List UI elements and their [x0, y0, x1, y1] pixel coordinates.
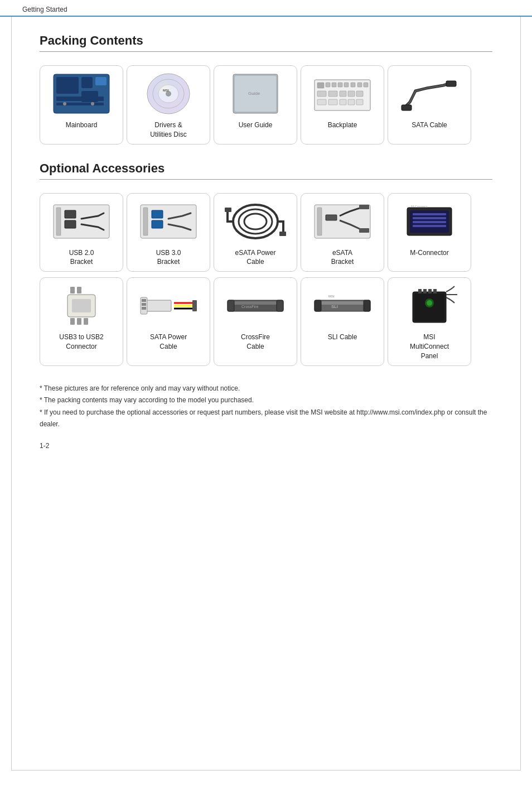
- svg-rect-67: [77, 318, 81, 325]
- esatapowercable-icon: [225, 199, 286, 244]
- esatapowercable-image: [225, 199, 286, 244]
- svg-rect-8: [81, 91, 98, 102]
- svg-rect-69: [70, 287, 75, 293]
- svg-point-49: [244, 214, 267, 229]
- svg-text:M.Connect: M.Connect: [411, 205, 427, 208]
- optional-section: Optional Accessories: [40, 161, 492, 366]
- item-crossfirecable: CrossFire CrossFireCable: [214, 277, 297, 365]
- item-slicable: SLI MSI SLI Cable: [301, 277, 384, 365]
- svg-rect-30: [348, 91, 355, 97]
- svg-rect-31: [356, 91, 363, 97]
- packing-title: Packing Contents: [40, 33, 492, 52]
- svg-rect-61: [413, 221, 446, 223]
- packing-items-grid: Mainboard: [40, 65, 492, 145]
- svg-rect-26: [364, 83, 368, 87]
- msimulticonnect-icon: [399, 283, 460, 328]
- mainboard-image: [51, 71, 112, 116]
- msimulticonnect-label: MSIMultiConnectPanel: [410, 333, 449, 360]
- main-content: Packing Contents: [11, 17, 521, 770]
- mconnector-label: M-Connector: [410, 248, 448, 258]
- usb20bracket-icon: [51, 199, 112, 244]
- esatabracket-icon: [312, 199, 373, 244]
- satapowercable-label: SATA PowerCable: [150, 333, 187, 352]
- svg-rect-83: [277, 300, 283, 311]
- svg-rect-46: [152, 220, 163, 228]
- svg-rect-40: [56, 208, 61, 235]
- svg-rect-2: [81, 77, 93, 88]
- userguide-icon: Guide: [225, 71, 286, 116]
- svg-point-6: [63, 102, 66, 105]
- svg-rect-65: [72, 299, 91, 312]
- item-mconnector: M.Connect M-Connector: [388, 193, 471, 272]
- svg-rect-24: [351, 83, 355, 87]
- mconnector-image: M.Connect: [399, 199, 460, 244]
- svg-rect-77: [142, 299, 146, 302]
- svg-rect-79: [142, 307, 146, 310]
- svg-text:MSI: MSI: [328, 295, 335, 298]
- svg-rect-27: [317, 91, 326, 97]
- satacable-label: SATA Cable: [412, 121, 447, 130]
- svg-rect-25: [357, 83, 362, 87]
- item-esatapowercable: eSATA PowerCable: [214, 193, 297, 272]
- svg-rect-54: [326, 215, 337, 220]
- packing-section: Packing Contents: [40, 33, 492, 145]
- item-userguide: Guide User Guide: [214, 65, 297, 145]
- svg-rect-42: [65, 220, 76, 228]
- svg-rect-3: [95, 77, 107, 85]
- svg-rect-56: [359, 228, 369, 233]
- svg-rect-87: [315, 300, 321, 311]
- svg-rect-19: [317, 83, 324, 88]
- svg-rect-68: [84, 318, 88, 325]
- svg-rect-50: [225, 208, 231, 212]
- item-esatabracket: eSATABracket: [301, 193, 384, 272]
- svg-rect-96: [433, 289, 437, 293]
- svg-rect-22: [338, 83, 342, 87]
- svg-rect-60: [413, 217, 446, 219]
- svg-rect-35: [348, 99, 355, 105]
- item-satacable: SATA Cable: [388, 65, 471, 145]
- svg-rect-55: [359, 205, 369, 209]
- item-mainboard: Mainboard: [40, 65, 123, 145]
- page-wrapper: Getting Started Packing Contents: [0, 0, 532, 799]
- backplate-icon: [312, 71, 373, 116]
- userguide-label: User Guide: [239, 121, 273, 130]
- msimulticonnect-image: [399, 283, 460, 328]
- page-number: 1-2: [40, 442, 492, 450]
- crossfirecable-label: CrossFireCable: [241, 333, 270, 352]
- usb3usb2-image: [51, 283, 112, 328]
- svg-rect-21: [332, 83, 336, 87]
- item-usb30bracket: USB 3.0Bracket: [127, 193, 210, 272]
- usb3usb2-label: USB3 to USB2Connector: [59, 333, 103, 352]
- optional-title: Optional Accessories: [40, 161, 492, 180]
- usb20bracket-label: USB 2.0Bracket: [69, 248, 94, 267]
- svg-rect-45: [152, 210, 163, 218]
- svg-rect-36: [356, 99, 363, 105]
- svg-rect-75: [192, 300, 197, 311]
- svg-rect-59: [413, 213, 446, 215]
- svg-point-13: [147, 74, 190, 114]
- item-backplate: Backplate: [301, 65, 384, 145]
- item-disc: MSI Drivers &Utilities Disc: [127, 65, 210, 145]
- svg-rect-66: [70, 318, 75, 325]
- item-usb3usb2: USB3 to USB2Connector: [40, 277, 123, 365]
- svg-rect-34: [340, 99, 346, 105]
- slicable-icon: SLI MSI: [312, 283, 373, 328]
- svg-rect-20: [326, 83, 330, 87]
- usb30bracket-label: USB 3.0Bracket: [156, 248, 181, 267]
- footnote-1: * These pictures are for reference only …: [40, 383, 492, 395]
- svg-rect-88: [364, 300, 370, 311]
- mconnector-icon: M.Connect: [399, 199, 460, 244]
- svg-rect-53: [317, 208, 322, 235]
- top-bar: Getting Started: [0, 0, 532, 17]
- item-satapowercable: SATA PowerCable: [127, 277, 210, 365]
- svg-rect-1: [56, 77, 79, 94]
- svg-rect-32: [317, 99, 326, 105]
- backplate-label: Backplate: [328, 121, 357, 130]
- usb20bracket-image: [51, 199, 112, 244]
- esatabracket-image: [312, 199, 373, 244]
- footnote-3: * If you need to purchase the optional a…: [40, 407, 492, 431]
- header-label: Getting Started: [22, 6, 67, 13]
- mainboard-label: Mainboard: [66, 121, 98, 130]
- usb3usb2-icon: [51, 283, 112, 328]
- usb30bracket-image: [138, 199, 199, 244]
